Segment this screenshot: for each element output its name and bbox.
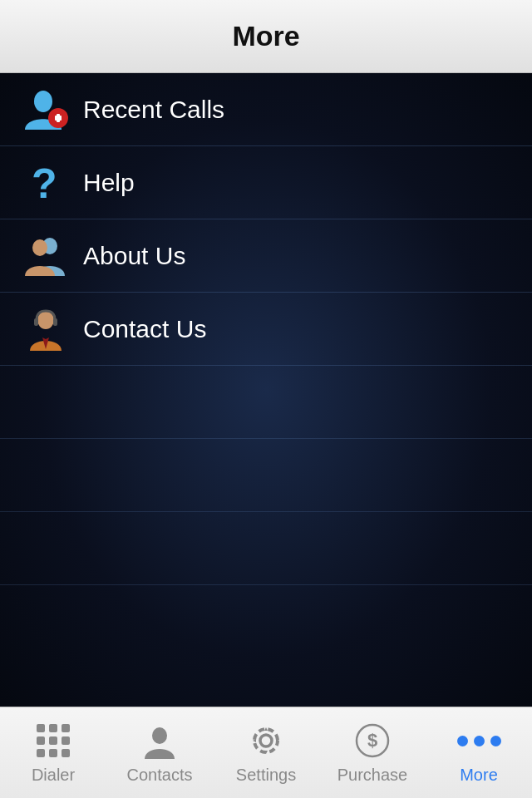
svg-rect-9 xyxy=(53,318,57,326)
contacts-icon xyxy=(141,722,178,759)
contacts-icon-wrap xyxy=(140,721,180,761)
menu-item-help[interactable]: ? Help xyxy=(0,146,532,219)
help-label: Help xyxy=(83,169,135,197)
tab-purchase[interactable]: $ Purchase xyxy=(319,707,426,798)
navigation-bar: More xyxy=(0,0,532,73)
about-us-icon-wrap xyxy=(17,227,75,285)
svg-point-11 xyxy=(260,735,272,746)
svg-point-6 xyxy=(32,239,47,256)
main-content: Recent Calls ? Help xyxy=(0,73,532,707)
svg-point-0 xyxy=(34,91,52,112)
nav-title: More xyxy=(232,20,299,52)
dialer-tab-label: Dialer xyxy=(32,766,75,785)
svg-text:?: ? xyxy=(32,160,57,205)
help-icon-wrap: ? xyxy=(17,154,75,212)
dialer-icon-wrap xyxy=(33,721,73,761)
purchase-tab-label: Purchase xyxy=(337,766,408,785)
empty-row-2 xyxy=(0,439,532,512)
purchase-icon: $ xyxy=(354,722,391,759)
contact-us-icon xyxy=(23,306,69,352)
menu-item-contact-us[interactable]: Contact Us xyxy=(0,293,532,366)
tab-bar: Dialer Contacts Settings xyxy=(0,707,532,798)
svg-text:$: $ xyxy=(367,730,377,751)
more-tab-label: More xyxy=(460,766,498,785)
more-icon-wrap xyxy=(459,721,499,761)
svg-point-12 xyxy=(254,729,278,752)
menu-item-about-us[interactable]: About Us xyxy=(0,219,532,293)
settings-tab-label: Settings xyxy=(236,766,296,785)
empty-row-1 xyxy=(0,366,532,439)
tab-contacts[interactable]: Contacts xyxy=(106,707,213,798)
tab-dialer[interactable]: Dialer xyxy=(0,707,106,798)
tab-settings[interactable]: Settings xyxy=(213,707,319,798)
settings-icon xyxy=(248,722,284,759)
svg-rect-3 xyxy=(57,114,60,122)
recent-calls-label: Recent Calls xyxy=(83,96,224,124)
dialer-icon xyxy=(37,724,70,757)
svg-point-10 xyxy=(152,727,167,744)
contact-us-icon-wrap xyxy=(17,300,75,358)
contacts-tab-label: Contacts xyxy=(127,766,193,785)
menu-list: Recent Calls ? Help xyxy=(0,73,532,585)
about-us-label: About Us xyxy=(83,242,185,270)
recent-calls-icon xyxy=(23,86,69,132)
purchase-icon-wrap: $ xyxy=(352,721,392,761)
recent-calls-icon-wrap xyxy=(17,81,75,139)
empty-row-3 xyxy=(0,512,532,585)
tab-more[interactable]: More xyxy=(426,707,532,798)
menu-item-recent-calls[interactable]: Recent Calls xyxy=(0,73,532,146)
about-us-icon xyxy=(23,233,69,278)
contact-us-label: Contact Us xyxy=(83,315,206,343)
svg-rect-8 xyxy=(34,318,38,326)
settings-icon-wrap xyxy=(246,721,286,761)
more-icon xyxy=(457,736,501,746)
help-icon: ? xyxy=(23,160,69,205)
